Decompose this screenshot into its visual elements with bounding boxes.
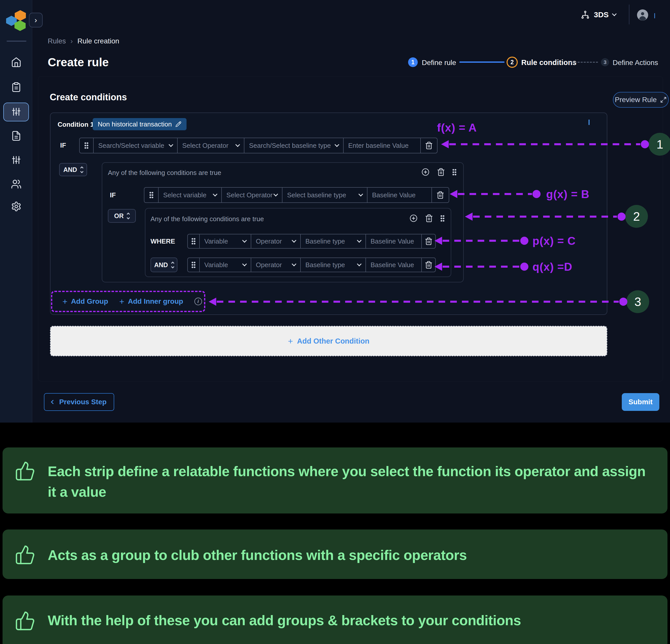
- collapse-condition-button[interactable]: [589, 121, 590, 125]
- baseline-value-input[interactable]: [372, 191, 427, 199]
- chevron-down-icon: [169, 142, 173, 147]
- baseline-type-select[interactable]: Baseline type: [301, 258, 366, 272]
- chevron-down-icon: [213, 192, 217, 196]
- sidebar-item-tasks[interactable]: [0, 78, 32, 96]
- annotation-arrow-1: [441, 140, 649, 148]
- condition-group-2: Any of the following conditions are true…: [145, 208, 451, 277]
- sidebar-divider: [6, 41, 26, 42]
- annotation-arrow-q: [434, 262, 528, 271]
- breadcrumb-current: Rule creation: [77, 37, 119, 45]
- add-other-condition-label: Add Other Condition: [297, 337, 369, 345]
- step-3-label: Define Actions: [613, 59, 658, 67]
- hierarchy-icon: [581, 10, 590, 19]
- sidebar: [0, 0, 32, 423]
- condition-name-badge[interactable]: Non historical transaction: [93, 118, 187, 130]
- operator-select[interactable]: Select Operator: [178, 138, 244, 153]
- trash-icon: [436, 191, 444, 199]
- section-heading: Create conditions: [50, 92, 127, 103]
- app-background: › 3DS Rules › Rule creation Create rule …: [0, 0, 670, 423]
- keyword-where: WHERE: [150, 237, 175, 245]
- trash-icon[interactable]: [425, 214, 433, 222]
- chevron-left-icon: [51, 400, 55, 404]
- sidebar-item-parameters[interactable]: [0, 150, 32, 169]
- inner-join-select[interactable]: OR: [108, 209, 136, 223]
- annotation-formula-p: p(x) = C: [533, 235, 576, 247]
- row-join-select[interactable]: AND: [150, 258, 177, 272]
- annotation-formula-g: g(x) = B: [546, 188, 590, 201]
- sidebar-item-home[interactable]: [0, 53, 32, 71]
- org-switcher[interactable]: 3DS: [581, 8, 616, 22]
- add-other-condition-button[interactable]: + Add Other Condition: [50, 326, 607, 356]
- operator-select[interactable]: Operator: [251, 234, 301, 248]
- drag-dots-icon: [191, 238, 196, 245]
- expand-icon: [660, 96, 667, 103]
- delete-row-button[interactable]: [422, 258, 435, 272]
- annotation-formula-q: q(x) =D: [533, 261, 572, 273]
- chevrons-up-down-icon: [127, 213, 130, 219]
- baseline-type-select[interactable]: Search/Select baseline type: [244, 138, 344, 153]
- baseline-type-select[interactable]: Baseline type: [301, 234, 366, 248]
- info-icon[interactable]: i: [195, 298, 202, 305]
- topbar-divider: [629, 4, 629, 24]
- baseline-value-input[interactable]: [371, 261, 417, 269]
- pencil-icon: [175, 121, 182, 127]
- drag-dots-icon[interactable]: [452, 169, 457, 176]
- sliders-icon: [11, 106, 22, 117]
- sidebar-item-rules[interactable]: [0, 102, 32, 121]
- add-group-button[interactable]: + Add Group: [63, 297, 108, 306]
- operator-select[interactable]: Operator: [251, 258, 301, 272]
- breadcrumb-separator-icon: ›: [70, 37, 73, 45]
- drag-handle[interactable]: [188, 258, 200, 272]
- add-inner-group-button[interactable]: + Add Inner group: [119, 297, 183, 306]
- annotation-arrow-3: [209, 297, 627, 306]
- baseline-value-input[interactable]: [371, 237, 417, 245]
- arrowhead-icon: [465, 212, 472, 221]
- sidebar-item-users[interactable]: [0, 175, 32, 194]
- baseline-placeholder: Search/Select baseline type: [249, 142, 331, 149]
- submit-button[interactable]: Submit: [622, 393, 659, 411]
- chevron-down-icon: [235, 142, 240, 147]
- variable-select[interactable]: Variable: [200, 234, 251, 248]
- delete-row-button[interactable]: [421, 138, 437, 153]
- chevron-down-icon: [292, 238, 296, 242]
- baseline-value-input[interactable]: [348, 142, 416, 149]
- drag-handle[interactable]: [188, 234, 200, 248]
- avatar-menu-chevron[interactable]: [654, 13, 655, 18]
- add-circle-icon[interactable]: [410, 214, 418, 222]
- arrowhead-icon: [434, 263, 442, 271]
- step-connector-done: [459, 62, 505, 63]
- baseline-value-cell: [344, 138, 421, 153]
- baseline-placeholder: Baseline type: [305, 237, 345, 245]
- sidebar-item-settings[interactable]: [0, 197, 32, 216]
- file-text-icon: [11, 131, 22, 141]
- outer-join-select[interactable]: AND: [59, 163, 87, 176]
- add-circle-icon[interactable]: [421, 168, 430, 176]
- trash-icon[interactable]: [437, 168, 445, 176]
- delete-row-button[interactable]: [422, 234, 435, 248]
- outer-join-label: AND: [63, 166, 77, 173]
- avatar[interactable]: [637, 9, 648, 21]
- users-icon: [11, 179, 22, 189]
- trash-icon: [425, 142, 433, 149]
- baseline-type-select[interactable]: Select baseline type: [282, 188, 367, 202]
- sidebar-expand-button[interactable]: ›: [29, 13, 43, 27]
- drag-dots-icon[interactable]: [440, 215, 445, 222]
- preview-rule-button[interactable]: Preview Rule: [613, 92, 669, 108]
- drag-handle[interactable]: [144, 188, 159, 202]
- variable-select[interactable]: Search/Select variable: [94, 138, 178, 153]
- inner-join-label: OR: [114, 212, 124, 220]
- arrowhead-icon: [450, 190, 457, 198]
- variable-select[interactable]: Variable: [200, 258, 251, 272]
- operator-select[interactable]: Select Operator: [222, 188, 282, 202]
- drag-handle[interactable]: [80, 138, 94, 153]
- previous-step-button[interactable]: Previous Step: [44, 393, 114, 411]
- variable-placeholder: Select variable: [163, 191, 206, 199]
- delete-row-button[interactable]: [432, 188, 449, 202]
- breadcrumb-rules[interactable]: Rules: [48, 37, 66, 45]
- note-text-1: Each strip define a relatable functions …: [48, 461, 654, 502]
- sidebar-item-documents[interactable]: [0, 127, 32, 145]
- condition-row-where: Variable Operator Baseline type: [187, 234, 436, 249]
- annotation-arrow-p: [434, 236, 528, 245]
- chevron-down-icon: [273, 192, 278, 196]
- variable-select[interactable]: Select variable: [159, 188, 222, 202]
